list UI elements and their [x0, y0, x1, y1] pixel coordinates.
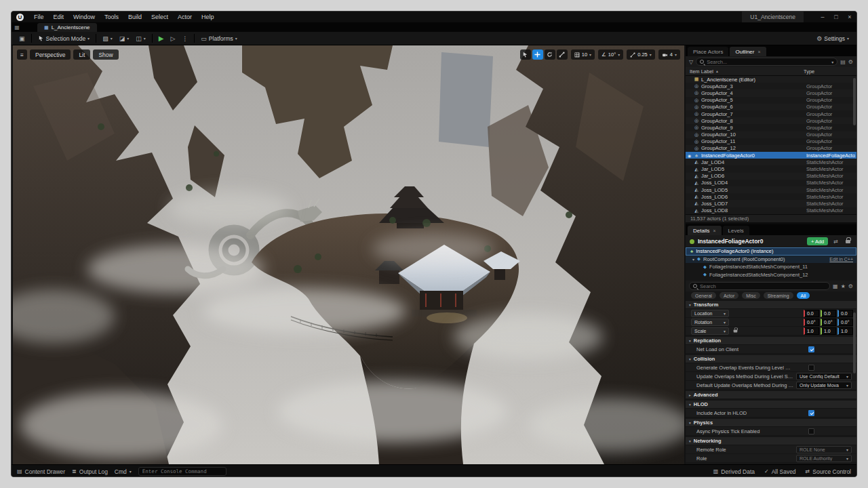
- all-saved-button[interactable]: ✓ All Saved: [764, 468, 796, 475]
- rotation-y-field[interactable]: 0.0°: [821, 319, 836, 326]
- section-collision[interactable]: ▾Collision: [686, 355, 856, 363]
- tab-details[interactable]: Details ×: [688, 226, 722, 235]
- scale-snap-control[interactable]: 0.25▾: [627, 49, 655, 60]
- browse-icon[interactable]: ⇄: [831, 239, 840, 245]
- layout-icon[interactable]: ▦: [12, 22, 22, 32]
- lit-dropdown[interactable]: Lit: [73, 49, 90, 60]
- add-component-button[interactable]: + Add: [807, 237, 828, 245]
- outliner-search[interactable]: ▾: [696, 58, 837, 66]
- close-tab-icon[interactable]: ×: [757, 49, 760, 54]
- folder-icon[interactable]: ▤: [840, 59, 846, 65]
- section-hlod[interactable]: ▾HLOD: [686, 401, 856, 409]
- minimize-button[interactable]: –: [816, 12, 829, 22]
- tab-levels[interactable]: Levels: [723, 226, 749, 235]
- outliner-row[interactable]: ◉ ♣ InstancedFoliageActor0 InstancedFoli…: [686, 152, 856, 159]
- section-advanced[interactable]: ▸ Advanced: [686, 391, 856, 399]
- component-row-foliage-11[interactable]: ◆ FoliageInstancedStaticMeshComponent_11: [686, 263, 856, 271]
- output-log-button[interactable]: ≣ Output Log: [72, 468, 108, 475]
- net-load-checkbox[interactable]: [808, 346, 814, 352]
- filter-streaming[interactable]: Streaming: [764, 292, 793, 299]
- outliner-row[interactable]: ◭ Jar_LOD6 StaticMeshActor: [686, 173, 856, 180]
- menu-tools[interactable]: Tools: [100, 12, 123, 22]
- settings-dropdown[interactable]: ⚙ Settings▾: [813, 33, 852, 44]
- move-tool-button[interactable]: [532, 49, 543, 60]
- filter-all[interactable]: All: [797, 292, 810, 299]
- favorites-icon[interactable]: ★: [841, 283, 846, 289]
- console-command-field[interactable]: [138, 467, 226, 476]
- outliner-row[interactable]: ◎ GroupActor_10 GroupActor: [686, 131, 856, 138]
- component-row-instance[interactable]: ♣ InstancedFoliageActor0 (Instance): [686, 247, 856, 256]
- rotation-z-field[interactable]: 0.0°: [837, 319, 853, 326]
- rotate-tool-button[interactable]: [545, 49, 555, 60]
- platforms-dropdown[interactable]: ▭ Platforms▾: [197, 33, 240, 44]
- details-scrollbar[interactable]: [853, 312, 856, 373]
- section-replication[interactable]: ▾Replication: [686, 337, 856, 345]
- grid-snap-control[interactable]: 10▾: [571, 49, 595, 60]
- scale-z-field[interactable]: 1.0: [837, 327, 853, 335]
- filter-misc[interactable]: Misc: [742, 292, 760, 299]
- selection-mode-dropdown[interactable]: Selection Mode▾: [35, 33, 94, 44]
- role-dropdown[interactable]: ROLE Authority▾: [796, 455, 852, 462]
- outliner-row[interactable]: ◎ GroupActor_5 GroupActor: [686, 97, 856, 104]
- section-physics[interactable]: ▾Physics: [686, 419, 856, 427]
- quick-add-dropdown[interactable]: ▧▾: [99, 33, 116, 44]
- section-transform[interactable]: ▾ Transform: [686, 301, 856, 309]
- perspective-dropdown[interactable]: Perspective: [30, 49, 71, 60]
- outliner-row[interactable]: ◎ GroupActor_12 GroupActor: [686, 145, 856, 152]
- modes-dropdown[interactable]: ◪▾: [116, 33, 133, 44]
- location-y-field[interactable]: 0.0: [821, 310, 836, 317]
- generate-overlap-checkbox[interactable]: [808, 365, 814, 371]
- play-button[interactable]: ▶: [155, 33, 167, 44]
- filter-icon[interactable]: ▽: [689, 59, 693, 65]
- menu-help[interactable]: Help: [197, 12, 219, 22]
- expander-icon[interactable]: ▾: [692, 257, 694, 262]
- outliner-row[interactable]: ◎ GroupActor_8 GroupActor: [686, 117, 856, 124]
- outliner-row[interactable]: ◭ Joss_LOD5 StaticMeshActor: [686, 186, 856, 193]
- rotation-x-field[interactable]: 0.0°: [804, 319, 819, 326]
- viewport-canvas[interactable]: ≡ Perspective Lit Show 10▾ ∠: [13, 45, 684, 464]
- scale-space-dropdown[interactable]: Scale▾: [691, 327, 729, 335]
- location-x-field[interactable]: 0.0: [804, 310, 819, 317]
- outliner-row[interactable]: ◭ Joss_LOD4 StaticMeshActor: [686, 180, 856, 186]
- close-button[interactable]: ×: [843, 12, 856, 22]
- component-row-root[interactable]: ▾ ◆ RootComponent (RootComponent0) Edit …: [686, 256, 856, 264]
- update-overlaps-dropdown[interactable]: Use Config Default▾: [796, 373, 852, 380]
- outliner-row[interactable]: ◭ Joss_LOD8 StaticMeshActor: [686, 207, 856, 214]
- launch-button[interactable]: ▷: [167, 33, 178, 44]
- outliner-row[interactable]: ◭ Jar_LOD4 StaticMeshActor: [686, 159, 856, 165]
- outliner-settings-icon[interactable]: ⚙: [848, 59, 853, 65]
- include-hlod-checkbox[interactable]: [808, 410, 814, 416]
- outliner-scrollbar[interactable]: [853, 78, 856, 125]
- section-networking[interactable]: ▾Networking: [686, 437, 856, 445]
- outliner-row[interactable]: ◭ Jar_LOD5 StaticMeshActor: [686, 165, 856, 172]
- details-search[interactable]: [689, 282, 830, 290]
- outliner-row[interactable]: ◎ GroupActor_6 GroupActor: [686, 104, 856, 110]
- scale-y-field[interactable]: 1.0: [821, 327, 836, 335]
- outliner-row[interactable]: ◭ Joss_LOD7 StaticMeshActor: [686, 200, 856, 207]
- outliner-row[interactable]: ◎ GroupActor_3 GroupActor: [686, 83, 856, 89]
- derived-data-button[interactable]: ▥ Derived Data: [713, 468, 755, 475]
- grid-view-icon[interactable]: ▦: [833, 283, 838, 289]
- outliner-row[interactable]: ◎ GroupActor_4 GroupActor: [686, 89, 856, 96]
- close-tab-icon[interactable]: ×: [713, 228, 715, 233]
- console-input[interactable]: [142, 468, 222, 474]
- outliner-row[interactable]: ◎ GroupActor_11 GroupActor: [686, 138, 856, 145]
- rotation-snap-control[interactable]: ∠ 10°▾: [598, 49, 623, 60]
- menu-build[interactable]: Build: [123, 12, 146, 22]
- cinematics-dropdown[interactable]: ◫▾: [132, 33, 149, 44]
- default-update-overlaps-dropdown[interactable]: Only Update Mova▾: [796, 382, 852, 389]
- remote-role-dropdown[interactable]: ROLE None▾: [796, 446, 852, 453]
- camera-speed-control[interactable]: 4▾: [658, 49, 680, 60]
- outliner-row[interactable]: ◭ Joss_LOD6 StaticMeshActor: [686, 193, 856, 200]
- cmd-dropdown[interactable]: Cmd▾: [115, 468, 132, 475]
- filter-actor[interactable]: Actor: [719, 292, 738, 299]
- edit-in-cpp-link[interactable]: Edit in C++: [829, 257, 853, 262]
- component-row-foliage-12[interactable]: ◆ FoliageInstancedStaticMeshComponent_12: [686, 271, 856, 279]
- select-tool-button[interactable]: [520, 49, 531, 60]
- unreal-logo-icon[interactable]: U: [16, 14, 24, 21]
- location-space-dropdown[interactable]: Location▾: [691, 310, 729, 317]
- menu-actor[interactable]: Actor: [173, 12, 197, 22]
- show-dropdown[interactable]: Show: [93, 49, 118, 60]
- save-button[interactable]: ▣: [16, 33, 28, 44]
- tab-outliner[interactable]: Outliner ×: [730, 47, 766, 56]
